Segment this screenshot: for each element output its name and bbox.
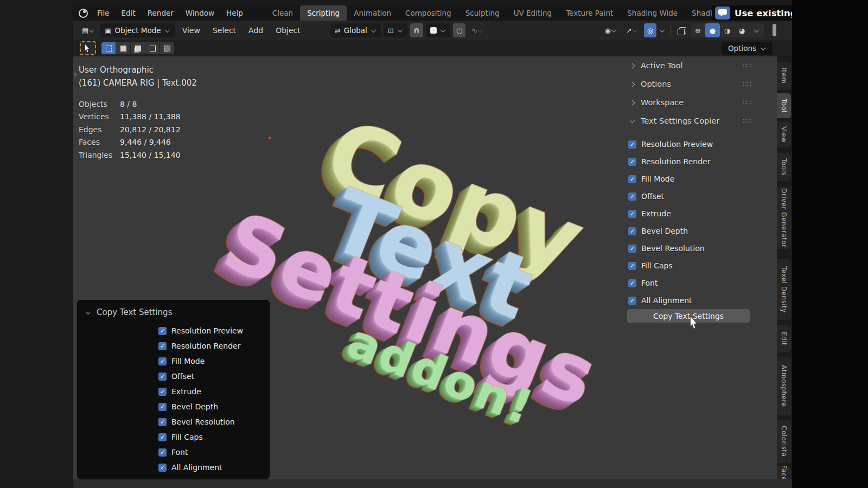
overlays-icon: ◎ [647, 27, 653, 34]
section-workspace[interactable]: Workspace ∷∷ [625, 93, 777, 112]
checkbox-checked[interactable]: ✓ [158, 373, 167, 381]
tab-scripting[interactable]: Scripting [300, 5, 347, 21]
copy-text-settings-button[interactable]: Copy Text Settings [627, 309, 750, 323]
select-mode-invert-button[interactable] [145, 42, 159, 54]
select-box-tool-button[interactable] [80, 41, 96, 55]
checkbox-row: ✓Resolution Preview [158, 323, 243, 338]
tab-edit[interactable]: Edit [777, 325, 791, 352]
section-options[interactable]: Options ∷∷ [625, 75, 777, 93]
menu-view[interactable]: View [177, 26, 205, 35]
use-existing-label[interactable]: Use existing [735, 8, 792, 18]
tab-sculpting[interactable]: Sculpting [458, 5, 507, 21]
checkbox-checked[interactable]: ✓ [158, 448, 167, 457]
options-dropdown[interactable]: Options [722, 42, 773, 55]
grip-icon[interactable]: ∷∷ [743, 117, 752, 125]
options-label: Options [728, 44, 756, 53]
shading-wireframe-button[interactable]: ⊕ [691, 23, 705, 37]
visibility-dropdown[interactable]: ◉ [601, 23, 620, 37]
shading-solid-button[interactable]: ● [705, 23, 720, 37]
menu-edit[interactable]: Edit [116, 5, 142, 21]
checkbox-row: ✓Fill Mode [628, 170, 713, 188]
checkbox-checked[interactable]: ✓ [158, 357, 167, 365]
menu-object[interactable]: Object [271, 26, 305, 35]
tab-clean[interactable]: Clean [265, 5, 300, 21]
tab-compositing[interactable]: Compositing [398, 5, 458, 21]
checkbox-checked[interactable]: ✓ [158, 464, 167, 472]
checkbox-checked[interactable]: ✓ [628, 192, 636, 201]
grip-icon[interactable]: ∷∷ [743, 80, 752, 88]
chevron-right-icon [630, 63, 635, 68]
menu-add[interactable]: Add [244, 26, 268, 35]
shading-dropdown[interactable] [749, 23, 764, 37]
grip-icon[interactable]: ∷∷ [743, 62, 752, 69]
tab-atmosphere[interactable]: Atmosphere [777, 357, 791, 415]
checkbox-checked[interactable]: ✓ [158, 433, 167, 441]
snap-toggle[interactable]: ∩ [410, 23, 423, 37]
pivot-point-selector[interactable]: ⊡ [384, 23, 407, 37]
blender-logo-icon[interactable] [79, 9, 88, 18]
chevron-down-icon[interactable] [660, 27, 665, 33]
section-active-tool[interactable]: Active Tool ∷∷ [625, 56, 777, 75]
snap-target-icon [430, 27, 437, 34]
tab-tool[interactable]: Tool [777, 93, 791, 118]
tab-uv-editing[interactable]: UV Editing [507, 5, 559, 21]
tab-colorista[interactable]: Colorista [777, 420, 791, 463]
menu-select[interactable]: Select [208, 26, 241, 35]
menu-render[interactable]: Render [142, 5, 180, 21]
xray-toggle-icon[interactable] [678, 27, 686, 34]
tab-faceb[interactable]: FaceB [777, 466, 791, 479]
menu-window[interactable]: Window [180, 5, 220, 21]
checkbox-checked[interactable]: ✓ [158, 403, 167, 411]
checkbox-checked[interactable]: ✓ [628, 279, 636, 287]
proportional-edit-icon: ○ [456, 27, 462, 34]
menu-help[interactable]: Help [220, 5, 249, 21]
mode-selector[interactable]: ▣ Object Mode [100, 23, 174, 37]
checkbox-checked[interactable]: ✓ [158, 418, 167, 426]
checkbox-checked[interactable]: ✓ [628, 262, 636, 270]
redo-panel-header[interactable]: Copy Text Settings [78, 300, 269, 317]
menu-file[interactable]: File [91, 5, 116, 21]
tab-shading-wide[interactable]: Shading Wide [620, 5, 685, 21]
tab-tools[interactable]: Tools [777, 153, 791, 181]
falloff-selector[interactable]: ∿ [468, 23, 487, 37]
viewport-3d[interactable]: › User Orthographic (161) CAMERA RIG | T… [73, 56, 792, 479]
tab-animation[interactable]: Animation [347, 5, 398, 21]
checkbox-checked[interactable]: ✓ [628, 158, 636, 166]
editor-type-button[interactable]: ▤ [79, 23, 98, 37]
checkbox-checked[interactable]: ✓ [158, 342, 167, 350]
snap-target-selector[interactable] [426, 23, 450, 37]
checkbox-checked[interactable]: ✓ [628, 210, 636, 218]
overlays-toggle[interactable]: ◎ [644, 23, 656, 37]
chat-bubble-icon[interactable] [715, 7, 730, 20]
checkbox-checked[interactable]: ✓ [158, 327, 167, 335]
shading-rendered-button[interactable]: ◕ [735, 23, 749, 37]
orientation-axes-icon: ⇄ [335, 27, 341, 34]
section-text-settings-copier[interactable]: Text Settings Copier ∷∷ [625, 112, 777, 130]
viewport-header: ▤ ▣ Object Mode View Select Add Object ⇄… [73, 21, 792, 40]
select-mode-set-button[interactable] [101, 42, 116, 54]
gizmos-dropdown[interactable]: ↗ [623, 23, 641, 37]
tab-item[interactable]: Item [777, 62, 791, 90]
tab-view[interactable]: View [777, 121, 791, 147]
select-mode-subtract-button[interactable] [131, 42, 145, 54]
checkbox-checked[interactable]: ✓ [158, 388, 167, 396]
checkbox-checked[interactable]: ✓ [628, 175, 636, 183]
header-scrollbar[interactable] [773, 24, 776, 36]
select-mode-intersect-button[interactable] [160, 42, 174, 54]
toolbar-toggle-arrow[interactable]: › [74, 69, 77, 79]
transform-orientation-selector[interactable]: ⇄ Global [330, 23, 381, 37]
checkbox-checked[interactable]: ✓ [628, 245, 636, 253]
checkbox-row: ✓Fill Caps [158, 429, 243, 445]
shading-material-button[interactable]: ◑ [720, 23, 735, 37]
stat-label: Faces [79, 138, 120, 146]
chevron-right-icon [630, 100, 635, 105]
tab-driver-generator[interactable]: Driver Generator [777, 187, 791, 249]
proportional-edit-toggle[interactable]: ○ [453, 23, 465, 37]
tab-texel-density[interactable]: Texel Density [777, 259, 791, 320]
checkbox-checked[interactable]: ✓ [628, 297, 636, 305]
grip-icon[interactable]: ∷∷ [743, 99, 752, 106]
tab-texture-paint[interactable]: Texture Paint [559, 5, 620, 21]
select-mode-extend-button[interactable] [116, 42, 130, 54]
checkbox-checked[interactable]: ✓ [628, 140, 636, 149]
checkbox-checked[interactable]: ✓ [628, 227, 636, 235]
